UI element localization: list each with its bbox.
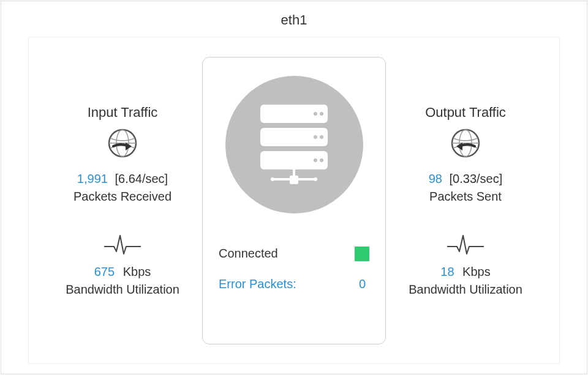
input-bandwidth-unit: Kbps bbox=[123, 265, 151, 278]
svg-point-15 bbox=[271, 177, 274, 181]
center-status-panel: Connected Error Packets: 0 bbox=[202, 57, 386, 344]
globe-arrow-out-icon bbox=[386, 128, 545, 161]
svg-rect-9 bbox=[260, 151, 328, 169]
status-indicator bbox=[355, 247, 369, 261]
svg-point-10 bbox=[314, 158, 317, 162]
error-packets-row: Error Packets: 0 bbox=[216, 273, 372, 295]
globe-arrow-in-icon bbox=[43, 128, 202, 161]
output-bandwidth-row: 18 Kbps bbox=[386, 265, 545, 279]
output-packets-rate: [0.33/sec] bbox=[450, 172, 503, 185]
svg-rect-6 bbox=[260, 128, 328, 146]
output-heading: Output Traffic bbox=[386, 105, 545, 121]
output-packets-label: Packets Sent bbox=[386, 190, 545, 204]
error-packets-value: 0 bbox=[359, 277, 366, 291]
input-packets-count: 1,991 bbox=[77, 172, 108, 185]
svg-point-16 bbox=[314, 177, 317, 181]
pulse-icon bbox=[43, 233, 202, 259]
connection-status-row: Connected bbox=[216, 243, 372, 265]
input-bandwidth-row: 675 Kbps bbox=[43, 265, 202, 279]
dashboard-card: eth1 Input Traffic 1,991 [6.64/sec] bbox=[1, 1, 587, 374]
svg-point-11 bbox=[320, 158, 323, 162]
output-traffic-panel: Output Traffic 98 [0.33/sec] Packets Sen… bbox=[386, 105, 545, 297]
output-packets-row: 98 [0.33/sec] bbox=[386, 172, 545, 186]
content-panel: Input Traffic 1,991 [6.64/sec] Packets R… bbox=[28, 37, 560, 364]
svg-point-8 bbox=[320, 135, 323, 139]
pulse-icon bbox=[386, 233, 545, 259]
input-packets-label: Packets Received bbox=[43, 190, 202, 204]
svg-rect-3 bbox=[260, 105, 328, 123]
input-packets-row: 1,991 [6.64/sec] bbox=[43, 172, 202, 186]
svg-point-7 bbox=[314, 135, 317, 139]
input-traffic-panel: Input Traffic 1,991 [6.64/sec] Packets R… bbox=[43, 105, 202, 297]
output-bandwidth-unit: Kbps bbox=[462, 265, 491, 278]
output-packets-count: 98 bbox=[429, 172, 442, 185]
input-heading: Input Traffic bbox=[43, 105, 202, 121]
connection-status-label: Connected bbox=[219, 247, 278, 261]
output-bandwidth-value: 18 bbox=[440, 265, 454, 278]
svg-point-4 bbox=[314, 112, 317, 116]
input-packets-rate: [6.64/sec] bbox=[115, 172, 168, 185]
error-packets-label: Error Packets: bbox=[219, 277, 296, 291]
output-bandwidth-label: Bandwidth Utilization bbox=[386, 283, 545, 297]
interface-title: eth1 bbox=[1, 1, 587, 37]
input-bandwidth-label: Bandwidth Utilization bbox=[43, 283, 202, 297]
input-bandwidth-value: 675 bbox=[94, 265, 115, 278]
server-icon bbox=[225, 76, 363, 213]
svg-point-5 bbox=[320, 112, 323, 116]
spacer bbox=[216, 265, 372, 273]
svg-rect-14 bbox=[290, 176, 298, 184]
